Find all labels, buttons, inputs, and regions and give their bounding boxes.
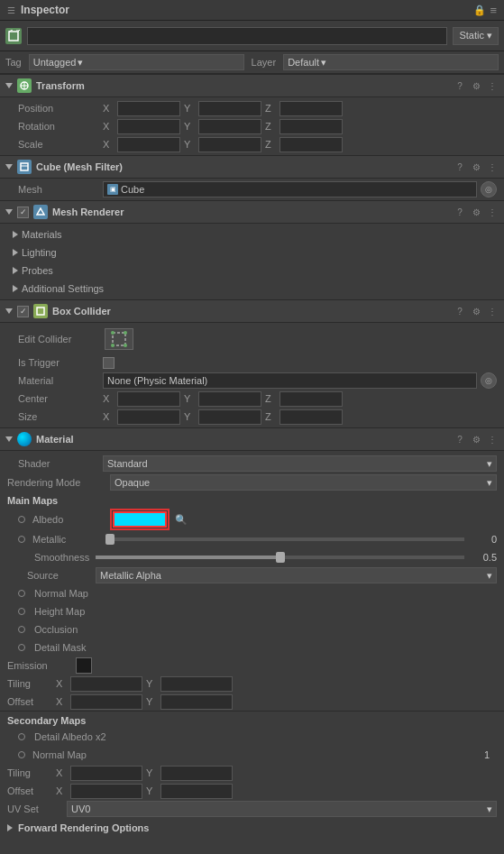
material-body: Shader Standard ▾ Rendering Mode Opaque … bbox=[0, 451, 504, 841]
emission-color-preview[interactable] bbox=[76, 657, 92, 674]
sec-offset-label: Offset bbox=[7, 785, 52, 796]
emission-row: Emission bbox=[0, 657, 504, 675]
object-icon bbox=[5, 28, 22, 44]
offset-row: Offset X 0 Y 0 bbox=[0, 693, 504, 711]
mesh-label: Mesh bbox=[18, 184, 99, 195]
mesh-renderer-title: Mesh Renderer bbox=[52, 207, 449, 217]
edit-collider-button[interactable] bbox=[105, 328, 133, 350]
smoothness-slider[interactable] bbox=[96, 556, 464, 559]
sec-tiling-x-input[interactable]: 1 bbox=[70, 766, 142, 781]
ctr-y-input[interactable]: 0 bbox=[198, 391, 261, 407]
mesh-filter-icon bbox=[17, 160, 32, 174]
pos-z-input[interactable]: 0 bbox=[279, 101, 343, 116]
is-trigger-checkbox[interactable] bbox=[103, 357, 115, 369]
material-settings-icon[interactable]: ⚙ bbox=[470, 433, 482, 445]
mesh-ref-icon: ▣ bbox=[107, 184, 118, 195]
detail-mask-row: Detail Mask bbox=[0, 638, 504, 657]
sz-x-input[interactable]: 1 bbox=[117, 409, 180, 425]
mesh-filter-header[interactable]: Cube (Mesh Filter) ? ⚙ ⋮ bbox=[0, 155, 504, 179]
render-mode-dropdown[interactable]: Opaque ▾ bbox=[110, 474, 497, 491]
mesh-filter-help-icon[interactable]: ? bbox=[454, 161, 466, 173]
ctr-x-input[interactable]: 0 bbox=[117, 391, 180, 407]
svg-point-13 bbox=[124, 331, 127, 335]
sec-tiling-y-input[interactable]: 1 bbox=[160, 766, 233, 781]
mesh-filter-menu-icon[interactable]: ⋮ bbox=[486, 161, 499, 173]
materials-chevron bbox=[13, 231, 18, 238]
mesh-ref: ▣ Cube bbox=[103, 181, 477, 197]
mesh-filter-settings-icon[interactable]: ⚙ bbox=[470, 161, 482, 173]
offset-x-input[interactable]: 0 bbox=[70, 694, 142, 710]
mesh-renderer-icon bbox=[33, 205, 48, 219]
albedo-color-preview[interactable] bbox=[113, 511, 167, 528]
emission-label: Emission bbox=[7, 660, 70, 671]
materials-sub-header[interactable]: Materials bbox=[0, 225, 504, 243]
svg-marker-9 bbox=[37, 208, 44, 215]
mesh-renderer-header[interactable]: Mesh Renderer ? ⚙ ⋮ bbox=[0, 200, 504, 224]
layer-dropdown[interactable]: Default ▾ bbox=[283, 54, 499, 70]
box-collider-header[interactable]: Box Collider ? ⚙ ⋮ bbox=[0, 299, 504, 323]
uv-set-dropdown[interactable]: UV0 ▾ bbox=[67, 801, 497, 817]
pos-x-input[interactable]: 0 bbox=[117, 101, 180, 116]
sec-offset-y-input[interactable]: 0 bbox=[160, 784, 233, 799]
mesh-renderer-settings-icon[interactable]: ⚙ bbox=[470, 206, 482, 218]
pos-y-input[interactable]: 4.91 bbox=[198, 101, 261, 116]
normal-map-label: Normal Map bbox=[34, 588, 88, 599]
collider-material-value: None (Physic Material) bbox=[107, 375, 207, 386]
uv-set-value: UV0 bbox=[71, 803, 90, 814]
offset-y-input[interactable]: 0 bbox=[160, 694, 233, 710]
mesh-select-button[interactable]: ◎ bbox=[481, 181, 497, 197]
rot-x-input[interactable]: 0 bbox=[117, 119, 180, 134]
metallic-slider[interactable] bbox=[110, 537, 464, 541]
mesh-renderer-menu-icon[interactable]: ⋮ bbox=[486, 206, 499, 218]
material-section-header[interactable]: Material ? ⚙ ⋮ bbox=[0, 427, 504, 451]
shader-dropdown[interactable]: Standard ▾ bbox=[103, 455, 497, 472]
rot-y-input[interactable]: 0 bbox=[198, 119, 261, 134]
transform-help-icon[interactable]: ? bbox=[454, 79, 466, 92]
object-header: Cube Static ▾ bbox=[0, 21, 504, 51]
position-row: Position X 0 Y 4.91 Z 0 bbox=[0, 99, 504, 117]
static-button[interactable]: Static ▾ bbox=[453, 27, 499, 45]
collider-material-select-button[interactable]: ◎ bbox=[481, 372, 497, 389]
box-collider-help-icon[interactable]: ? bbox=[454, 305, 466, 317]
additional-settings-sub-header[interactable]: Additional Settings bbox=[0, 280, 504, 298]
center-label: Center bbox=[18, 393, 99, 404]
material-menu-icon[interactable]: ⋮ bbox=[486, 433, 499, 445]
probes-chevron bbox=[13, 267, 18, 274]
scl-z-input[interactable]: 1 bbox=[279, 137, 343, 152]
box-collider-settings-icon[interactable]: ⚙ bbox=[470, 305, 482, 317]
source-label: Source bbox=[27, 570, 90, 581]
lock-icon[interactable]: 🔒 bbox=[473, 5, 486, 16]
tag-dropdown[interactable]: Untagged ▾ bbox=[29, 54, 244, 70]
title-bar: ☰ Inspector 🔒 ≡ bbox=[0, 0, 504, 21]
transform-section-header[interactable]: Transform ? ⚙ ⋮ bbox=[0, 74, 504, 97]
scl-x-input[interactable]: 1 bbox=[117, 137, 180, 152]
scl-y-input[interactable]: 1 bbox=[198, 137, 261, 152]
sz-z-input[interactable]: 1 bbox=[279, 409, 343, 425]
albedo-eyedropper-button[interactable]: 🔍 bbox=[175, 514, 188, 526]
rot-z-input[interactable]: 0 bbox=[279, 119, 343, 134]
menu-icon[interactable]: ≡ bbox=[490, 4, 497, 17]
normal-map-row: Normal Map bbox=[0, 584, 504, 602]
detail-albedo-row: Detail Albedo x2 bbox=[0, 728, 504, 746]
svg-rect-0 bbox=[9, 32, 18, 41]
tiling-y-input[interactable]: 1 bbox=[160, 676, 233, 692]
source-dropdown[interactable]: Metallic Alpha ▾ bbox=[96, 567, 497, 583]
inspector-title: Inspector bbox=[21, 4, 69, 16]
material-help-icon[interactable]: ? bbox=[454, 433, 466, 445]
sec-offset-x-input[interactable]: 0 bbox=[70, 784, 142, 799]
box-collider-checkbox[interactable] bbox=[17, 306, 29, 317]
lighting-sub-header[interactable]: Lighting bbox=[0, 243, 504, 262]
ctr-z-input[interactable]: 0 bbox=[279, 391, 343, 407]
metallic-label: Metallic bbox=[32, 534, 105, 545]
box-collider-menu-icon[interactable]: ⋮ bbox=[486, 305, 499, 317]
probes-sub-header[interactable]: Probes bbox=[0, 262, 504, 280]
transform-settings-icon[interactable]: ⚙ bbox=[470, 79, 482, 92]
mesh-renderer-help-icon[interactable]: ? bbox=[454, 206, 466, 218]
position-label: Position bbox=[18, 103, 99, 114]
mesh-renderer-checkbox[interactable] bbox=[17, 207, 29, 218]
tiling-x-input[interactable]: 1 bbox=[70, 676, 142, 692]
transform-menu-icon[interactable]: ⋮ bbox=[486, 79, 499, 92]
sz-y-input[interactable]: 1 bbox=[198, 409, 261, 425]
transform-chevron bbox=[5, 83, 13, 88]
object-name-input[interactable]: Cube bbox=[27, 27, 447, 45]
